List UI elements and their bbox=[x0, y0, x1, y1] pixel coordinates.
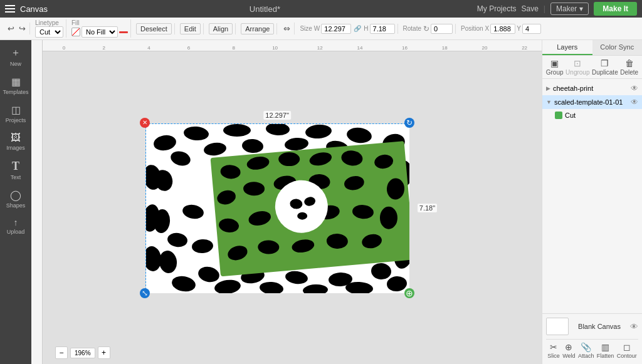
deselect-group: Deselect bbox=[134, 23, 175, 34]
canvas-area[interactable]: 0 2 4 6 8 10 12 14 16 18 20 22 bbox=[31, 40, 542, 364]
contour-icon: ◻ bbox=[623, 342, 631, 352]
link-proportions-button[interactable]: 🔗 bbox=[352, 24, 362, 33]
rotate-input[interactable] bbox=[431, 24, 453, 34]
weld-tool[interactable]: ⊕ Weld bbox=[562, 342, 575, 359]
selection-box: ✕ ↻ ⤡ ⊕ bbox=[145, 123, 409, 293]
maker-button[interactable]: Maker ▾ bbox=[550, 3, 589, 15]
images-icon: 🖼 bbox=[11, 132, 21, 143]
zoom-level: 196% bbox=[70, 348, 95, 358]
zoom-bar: − 196% + bbox=[55, 346, 110, 359]
layer-expand-icon-2[interactable]: ▼ bbox=[546, 99, 552, 105]
layer-item-scaled-template[interactable]: ▼ scaled-template-01-01 👁 bbox=[542, 95, 642, 109]
weld-icon: ⊕ bbox=[565, 342, 572, 352]
my-projects-button[interactable]: My Projects bbox=[477, 4, 517, 13]
svg-point-71 bbox=[297, 212, 307, 219]
width-input[interactable] bbox=[321, 24, 351, 34]
height-label: H bbox=[364, 25, 368, 32]
handle-rotate-top-right[interactable]: ↻ bbox=[404, 118, 414, 128]
app-title: Canvas bbox=[20, 4, 48, 14]
layer-visibility-icon[interactable]: 👁 bbox=[631, 84, 638, 93]
zoom-out-button[interactable]: − bbox=[55, 346, 68, 359]
right-panel: Layers Color Sync ▣ Group ⊡ Ungroup ❐ Du… bbox=[542, 40, 642, 364]
group-icon: ▣ bbox=[550, 58, 559, 68]
panel-toolbar: ▣ Group ⊡ Ungroup ❐ Duplicate 🗑 Delete bbox=[542, 56, 642, 79]
blank-canvas-visibility[interactable]: 👁 bbox=[630, 322, 638, 331]
fill-color-preview[interactable] bbox=[71, 28, 80, 36]
hamburger-menu[interactable] bbox=[5, 5, 15, 13]
handle-move-bottom-left[interactable]: ⤡ bbox=[140, 288, 150, 298]
arrange-group: Arrange bbox=[238, 23, 277, 34]
delete-button[interactable]: 🗑 Delete bbox=[620, 58, 638, 76]
attach-tool[interactable]: 📎 Attach bbox=[578, 342, 594, 359]
sidebar-item-new[interactable]: ＋ New bbox=[1, 43, 30, 71]
svg-point-3 bbox=[223, 124, 251, 137]
blank-canvas-preview bbox=[546, 318, 569, 335]
layer-item-cheetah[interactable]: ▶ cheetah-print 👁 bbox=[542, 81, 642, 95]
layer-visibility-icon-2[interactable]: 👁 bbox=[631, 98, 638, 107]
left-sidebar: ＋ New ▦ Templates ◫ Projects 🖼 Images T … bbox=[0, 40, 31, 364]
height-input[interactable] bbox=[370, 24, 395, 34]
layer-color-swatch bbox=[555, 112, 562, 119]
main-layout: ＋ New ▦ Templates ◫ Projects 🖼 Images T … bbox=[0, 40, 642, 364]
tab-color-sync[interactable]: Color Sync bbox=[592, 40, 643, 55]
fill-color-bar bbox=[119, 31, 128, 33]
width-label: W bbox=[314, 25, 320, 32]
divider: | bbox=[544, 4, 545, 13]
blank-canvas-label: Blank Canvas bbox=[578, 323, 621, 330]
rotate-icon: ↻ bbox=[423, 24, 429, 33]
align-group: Align bbox=[206, 23, 236, 34]
layer-expand-icon[interactable]: ▶ bbox=[546, 85, 550, 91]
contour-tool[interactable]: ◻ Contour bbox=[617, 342, 637, 359]
new-icon: ＋ bbox=[11, 46, 21, 60]
make-it-button[interactable]: Make It bbox=[594, 2, 637, 16]
ungroup-icon: ⊡ bbox=[574, 58, 581, 68]
sidebar-item-upload[interactable]: ↑ Upload bbox=[1, 214, 30, 239]
arrange-button[interactable]: Arrange bbox=[241, 23, 274, 34]
undo-redo-group: ↩ ↪ bbox=[4, 23, 30, 34]
top-bar: Canvas Untitled* My Projects Save | Make… bbox=[0, 0, 642, 18]
sidebar-item-projects[interactable]: ◫ Projects bbox=[1, 100, 30, 127]
toolbar: ↩ ↪ Linetype Cut Fill No Fill Deselect bbox=[0, 18, 642, 40]
handle-resize-bottom-right[interactable]: ⊕ bbox=[404, 288, 414, 298]
flip-group: ⇔ bbox=[280, 23, 295, 34]
sidebar-item-text[interactable]: T Text bbox=[1, 156, 30, 184]
templates-icon: ▦ bbox=[11, 76, 21, 88]
layer-item-cut[interactable]: Cut bbox=[542, 109, 642, 122]
pos-x-label: X bbox=[485, 25, 490, 32]
artwork-svg bbox=[146, 124, 409, 293]
handle-remove[interactable]: ✕ bbox=[140, 118, 150, 128]
shapes-icon: ◯ bbox=[10, 189, 21, 201]
sidebar-item-images[interactable]: 🖼 Images bbox=[1, 128, 30, 155]
svg-point-57 bbox=[380, 206, 397, 229]
deselect-button[interactable]: Deselect bbox=[136, 23, 172, 34]
edit-button[interactable]: Edit bbox=[180, 23, 201, 34]
dimension-right-label: 7.18" bbox=[418, 204, 437, 212]
group-button[interactable]: ▣ Group bbox=[546, 58, 564, 76]
fill-group: Fill No Fill bbox=[69, 19, 131, 38]
slice-tool[interactable]: ✂ Slice bbox=[547, 342, 560, 359]
blank-canvas-row: Blank Canvas 👁 bbox=[546, 318, 638, 335]
linetype-field: Linetype Cut bbox=[35, 19, 63, 38]
flip-button[interactable]: ⇔ bbox=[282, 23, 292, 34]
align-button[interactable]: Align bbox=[209, 23, 233, 34]
pos-x-input[interactable] bbox=[490, 24, 515, 34]
duplicate-button[interactable]: ❐ Duplicate bbox=[592, 58, 618, 76]
fill-select[interactable]: No Fill bbox=[82, 26, 118, 38]
sidebar-item-templates[interactable]: ▦ Templates bbox=[1, 72, 30, 99]
sidebar-item-shapes[interactable]: ◯ Shapes bbox=[1, 185, 30, 212]
tab-layers[interactable]: Layers bbox=[542, 40, 592, 55]
fill-field: Fill No Fill bbox=[71, 19, 128, 38]
linetype-select[interactable]: Cut bbox=[35, 26, 63, 38]
flatten-tool[interactable]: ▥ Flatten bbox=[597, 342, 614, 359]
pos-y-label: Y bbox=[517, 25, 521, 32]
redo-button[interactable]: ↪ bbox=[18, 23, 27, 34]
dimension-top-label: 12.297" bbox=[263, 111, 291, 120]
save-button[interactable]: Save bbox=[521, 4, 538, 13]
zoom-in-button[interactable]: + bbox=[98, 346, 110, 359]
projects-icon: ◫ bbox=[11, 104, 21, 116]
pos-y-input[interactable] bbox=[522, 24, 541, 34]
ungroup-button[interactable]: ⊡ Ungroup bbox=[566, 58, 589, 76]
canvas-content[interactable]: 12.297" 7.18" bbox=[43, 51, 542, 364]
duplicate-icon: ❐ bbox=[601, 58, 609, 68]
undo-button[interactable]: ↩ bbox=[6, 23, 16, 34]
